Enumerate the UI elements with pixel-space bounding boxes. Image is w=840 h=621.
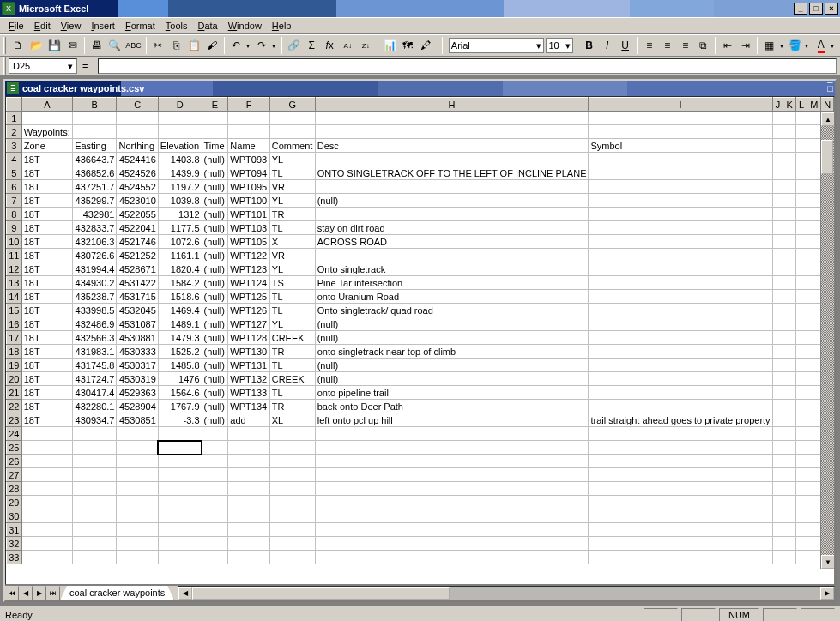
- align-right-icon[interactable]: ≡: [677, 36, 693, 55]
- cell[interactable]: [589, 523, 772, 537]
- cell[interactable]: [315, 441, 589, 455]
- cell[interactable]: 432280.1: [73, 400, 117, 413]
- cell[interactable]: [315, 523, 589, 537]
- cell[interactable]: [228, 112, 269, 125]
- cell[interactable]: [158, 112, 202, 125]
- row-header[interactable]: 11: [7, 249, 22, 262]
- cell[interactable]: 18T: [21, 235, 72, 249]
- cell[interactable]: [783, 441, 795, 455]
- tab-prev-button[interactable]: ◀: [19, 586, 33, 600]
- cell[interactable]: [202, 125, 228, 139]
- chart-wizard-icon[interactable]: 📊: [382, 36, 398, 55]
- cell[interactable]: [807, 262, 821, 276]
- scroll-up-button[interactable]: ▲: [821, 112, 835, 126]
- cell[interactable]: [772, 537, 783, 551]
- cell[interactable]: (null): [202, 317, 228, 331]
- cell[interactable]: WPT095: [228, 180, 269, 194]
- cell[interactable]: [807, 139, 821, 153]
- cell[interactable]: [589, 496, 772, 509]
- workbook-minimize-button[interactable]: _: [827, 73, 833, 83]
- sort-desc-icon[interactable]: Z↓: [358, 36, 374, 55]
- cell[interactable]: [783, 345, 795, 359]
- cell[interactable]: [795, 249, 807, 262]
- cell[interactable]: 18T: [21, 290, 72, 304]
- cell[interactable]: [589, 304, 772, 317]
- cell[interactable]: [73, 112, 117, 125]
- cell[interactable]: WPT126: [228, 304, 269, 317]
- cell[interactable]: back onto Deer Path: [315, 400, 589, 413]
- cell[interactable]: [795, 208, 807, 221]
- cell[interactable]: 18T: [21, 345, 72, 359]
- workbook-maximize-button[interactable]: □: [827, 83, 833, 93]
- row-header[interactable]: 23: [7, 413, 22, 427]
- cell[interactable]: [783, 509, 795, 523]
- cell[interactable]: [589, 331, 772, 345]
- borders-dropdown[interactable]: ▾: [780, 42, 786, 50]
- cell[interactable]: [315, 551, 589, 564]
- print-icon[interactable]: 🖶: [88, 36, 105, 55]
- row-header[interactable]: 27: [7, 468, 22, 482]
- row-header[interactable]: 13: [7, 276, 22, 290]
- cell[interactable]: [772, 509, 783, 523]
- cell[interactable]: [228, 125, 269, 139]
- cell[interactable]: (null): [315, 359, 589, 372]
- cell[interactable]: 430726.6: [73, 249, 117, 262]
- row-header[interactable]: 19: [7, 359, 22, 372]
- cell[interactable]: (null): [315, 372, 589, 386]
- cell[interactable]: (null): [202, 386, 228, 400]
- cell[interactable]: [795, 551, 807, 564]
- cell[interactable]: add: [228, 413, 269, 427]
- cell[interactable]: [21, 537, 72, 551]
- menu-file[interactable]: File: [3, 19, 29, 33]
- cell[interactable]: [807, 372, 821, 386]
- cell[interactable]: 433998.5: [73, 304, 117, 317]
- cell[interactable]: 432833.7: [73, 221, 117, 235]
- cell[interactable]: [269, 427, 315, 441]
- cell[interactable]: TL: [269, 166, 315, 180]
- row-header[interactable]: 16: [7, 317, 22, 331]
- cell[interactable]: [315, 112, 589, 125]
- cell[interactable]: 4528671: [117, 262, 158, 276]
- cell[interactable]: [315, 180, 589, 194]
- cell[interactable]: [807, 249, 821, 262]
- cell[interactable]: [807, 304, 821, 317]
- cell[interactable]: [315, 208, 589, 221]
- cell[interactable]: VR: [269, 180, 315, 194]
- cell[interactable]: [589, 468, 772, 482]
- copy-icon[interactable]: ⎘: [168, 36, 184, 55]
- cell[interactable]: [795, 386, 807, 400]
- font-name-select[interactable]: Arial▾: [449, 38, 545, 53]
- row-header[interactable]: 29: [7, 496, 22, 509]
- borders-icon[interactable]: ▦: [761, 36, 777, 55]
- cell[interactable]: [772, 249, 783, 262]
- cell[interactable]: [772, 427, 783, 441]
- row-header[interactable]: 3: [7, 139, 22, 153]
- cell[interactable]: Comment: [269, 139, 315, 153]
- cell[interactable]: [228, 496, 269, 509]
- col-header-J[interactable]: J: [772, 98, 783, 112]
- cell[interactable]: 1525.2: [158, 345, 202, 359]
- cell[interactable]: [269, 441, 315, 455]
- cell[interactable]: [772, 208, 783, 221]
- cell[interactable]: 18T: [21, 166, 72, 180]
- cell[interactable]: [795, 112, 807, 125]
- cell[interactable]: [772, 372, 783, 386]
- redo-dropdown[interactable]: ▾: [272, 42, 278, 50]
- cell[interactable]: [117, 125, 158, 139]
- cell[interactable]: 18T: [21, 194, 72, 208]
- cell[interactable]: Desc: [315, 139, 589, 153]
- cell[interactable]: [117, 523, 158, 537]
- cell[interactable]: [795, 262, 807, 276]
- menu-tools[interactable]: Tools: [160, 19, 193, 33]
- menu-view[interactable]: View: [56, 19, 87, 33]
- cell[interactable]: [783, 276, 795, 290]
- merge-center-icon[interactable]: ⧉: [695, 36, 711, 55]
- cell[interactable]: 1479.3: [158, 331, 202, 345]
- cell[interactable]: 1039.8: [158, 194, 202, 208]
- row-header[interactable]: 12: [7, 262, 22, 276]
- indent-increase-icon[interactable]: ⇥: [737, 36, 753, 55]
- cell[interactable]: [117, 112, 158, 125]
- cell[interactable]: (null): [202, 304, 228, 317]
- cell[interactable]: (null): [202, 180, 228, 194]
- col-header-A[interactable]: A: [21, 98, 72, 112]
